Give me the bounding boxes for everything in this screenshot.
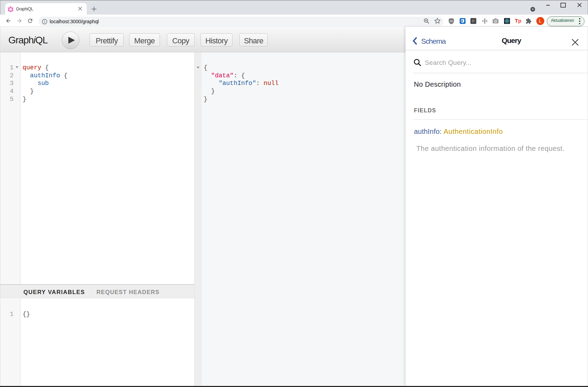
svg-text:P: P	[472, 19, 475, 23]
svg-text:UO: UO	[450, 20, 453, 22]
